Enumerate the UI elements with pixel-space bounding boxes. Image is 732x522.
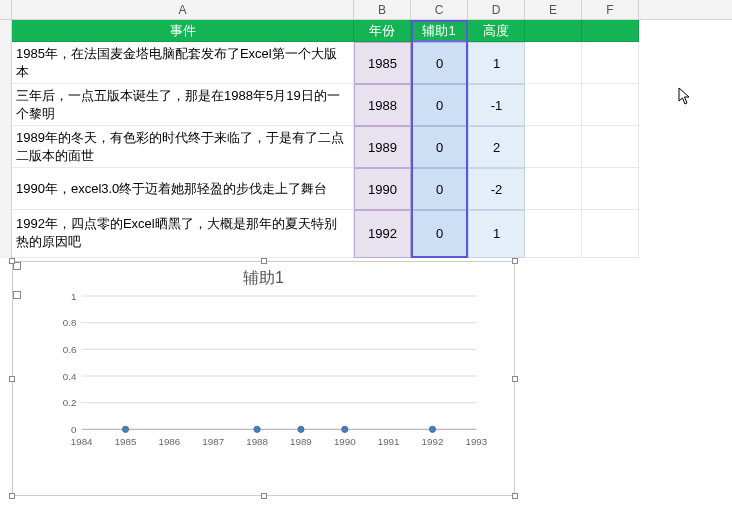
chart-object[interactable]: 辅助1 00.20.40.60.811984198519861987198819… — [12, 261, 515, 496]
resize-handle[interactable] — [512, 493, 518, 499]
svg-text:1984: 1984 — [71, 436, 93, 447]
cell-year[interactable]: 1985 — [354, 42, 411, 84]
svg-text:1985: 1985 — [115, 436, 137, 447]
col-header-e[interactable]: E — [525, 0, 582, 19]
svg-text:1992: 1992 — [422, 436, 444, 447]
svg-point-24 — [254, 426, 260, 432]
svg-text:0.4: 0.4 — [63, 371, 77, 382]
cell-blank[interactable] — [582, 210, 639, 258]
cell-aux[interactable]: 0 — [411, 126, 468, 168]
resize-handle[interactable] — [9, 376, 15, 382]
cell-blank[interactable] — [525, 168, 582, 210]
svg-text:0: 0 — [71, 424, 77, 435]
spreadsheet-grid[interactable]: 事件 年份 辅助1 高度 1985年，在法国麦金塔电脑配套发布了Excel第一个… — [0, 20, 732, 258]
svg-text:1990: 1990 — [334, 436, 356, 447]
col-header-a[interactable]: A — [12, 0, 354, 19]
resize-handle[interactable] — [9, 493, 15, 499]
header-year[interactable]: 年份 — [354, 20, 411, 42]
cell-event[interactable]: 1989年的冬天，有色彩的时代终于来临了，于是有了二点二版本的面世 — [12, 126, 354, 168]
resize-handle[interactable] — [512, 376, 518, 382]
svg-point-27 — [429, 426, 435, 432]
corner-spacer — [0, 0, 12, 19]
cell-event[interactable]: 三年后，一点五版本诞生了，那是在1988年5月19日的一个黎明 — [12, 84, 354, 126]
table-header-row: 事件 年份 辅助1 高度 — [12, 20, 732, 42]
cell-event[interactable]: 1992年，四点零的Excel晒黑了，大概是那年的夏天特别热的原因吧 — [12, 210, 354, 258]
cell-height[interactable]: 1 — [468, 210, 525, 258]
header-aux1[interactable]: 辅助1 — [411, 20, 468, 42]
header-height[interactable]: 高度 — [468, 20, 525, 42]
cell-event[interactable]: 1985年，在法国麦金塔电脑配套发布了Excel第一个大版本 — [12, 42, 354, 84]
resize-handle[interactable] — [261, 258, 267, 264]
svg-text:1: 1 — [71, 291, 76, 302]
cell-aux[interactable]: 0 — [411, 210, 468, 258]
cell-height[interactable]: -1 — [468, 84, 525, 126]
table-row: 1989年的冬天，有色彩的时代终于来临了，于是有了二点二版本的面世 1989 0… — [12, 126, 732, 168]
cell-height[interactable]: -2 — [468, 168, 525, 210]
resize-handle[interactable] — [9, 258, 15, 264]
cell-year[interactable]: 1990 — [354, 168, 411, 210]
resize-handle[interactable] — [512, 258, 518, 264]
col-header-d[interactable]: D — [468, 0, 525, 19]
column-header-row: A B C D E F — [0, 0, 732, 20]
cell-blank[interactable] — [525, 126, 582, 168]
resize-handle[interactable] — [261, 493, 267, 499]
col-header-b[interactable]: B — [354, 0, 411, 19]
svg-text:1987: 1987 — [202, 436, 224, 447]
svg-point-26 — [342, 426, 348, 432]
svg-text:1993: 1993 — [465, 436, 487, 447]
cell-event[interactable]: 1990年，excel3.0终于迈着她那轻盈的步伐走上了舞台 — [12, 168, 354, 210]
cell-blank[interactable] — [582, 126, 639, 168]
cell-blank[interactable] — [582, 84, 639, 126]
cell-aux[interactable]: 0 — [411, 84, 468, 126]
cell-year[interactable]: 1992 — [354, 210, 411, 258]
col-header-f[interactable]: F — [582, 0, 639, 19]
table-row: 1990年，excel3.0终于迈着她那轻盈的步伐走上了舞台 1990 0 -2 — [12, 168, 732, 210]
cell-blank[interactable] — [525, 42, 582, 84]
cell-blank[interactable] — [525, 210, 582, 258]
cell-year[interactable]: 1989 — [354, 126, 411, 168]
cell-blank[interactable] — [582, 168, 639, 210]
col-header-c[interactable]: C — [411, 0, 468, 19]
table-row: 1985年，在法国麦金塔电脑配套发布了Excel第一个大版本 1985 0 1 — [12, 42, 732, 84]
svg-point-25 — [298, 426, 304, 432]
cell-height[interactable]: 1 — [468, 42, 525, 84]
svg-point-23 — [122, 426, 128, 432]
cell-blank[interactable] — [582, 42, 639, 84]
cell-f1[interactable] — [582, 20, 639, 42]
svg-text:1989: 1989 — [290, 436, 312, 447]
svg-text:1986: 1986 — [159, 436, 181, 447]
table-row: 1992年，四点零的Excel晒黑了，大概是那年的夏天特别热的原因吧 1992 … — [12, 210, 732, 258]
header-event[interactable]: 事件 — [12, 20, 354, 42]
chart-plot-area[interactable]: 00.20.40.60.8119841985198619871988198919… — [57, 296, 501, 456]
cell-height[interactable]: 2 — [468, 126, 525, 168]
svg-text:0.6: 0.6 — [63, 344, 77, 355]
table-row: 三年后，一点五版本诞生了，那是在1988年5月19日的一个黎明 1988 0 -… — [12, 84, 732, 126]
svg-text:1991: 1991 — [378, 436, 400, 447]
svg-text:0.2: 0.2 — [63, 397, 77, 408]
svg-text:0.8: 0.8 — [63, 317, 77, 328]
cell-aux[interactable]: 0 — [411, 42, 468, 84]
chart-title[interactable]: 辅助1 — [13, 262, 514, 291]
cell-blank[interactable] — [525, 84, 582, 126]
cell-year[interactable]: 1988 — [354, 84, 411, 126]
svg-text:1988: 1988 — [246, 436, 268, 447]
cell-aux[interactable]: 0 — [411, 168, 468, 210]
cell-e1[interactable] — [525, 20, 582, 42]
